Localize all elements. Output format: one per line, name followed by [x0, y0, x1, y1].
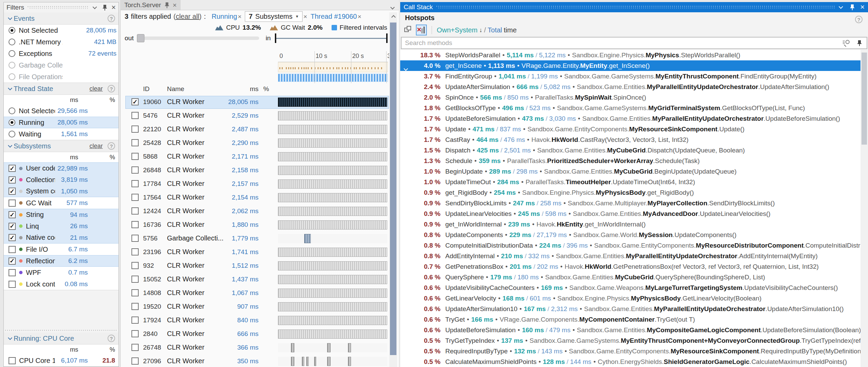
thread-checkbox[interactable]	[131, 357, 139, 365]
thread-checkbox[interactable]	[131, 289, 139, 296]
search-pin-icon[interactable]	[857, 40, 862, 46]
checkbox-icon[interactable]	[9, 246, 16, 253]
zoom-out-handle[interactable]	[137, 34, 144, 42]
pin-icon[interactable]	[102, 4, 107, 11]
thread-row[interactable]: 26748CLR Worker366 ms	[121, 341, 390, 355]
filter-item-file-i-o[interactable]: File I/O6.7 ms	[4, 244, 118, 255]
help-icon[interactable]: ?	[108, 142, 115, 150]
thread-row[interactable]: 26848CLR Worker2,158 ms	[121, 164, 390, 177]
timeline-header[interactable]: 010 s20 s3	[278, 51, 388, 83]
tab-pin-icon[interactable]	[165, 2, 169, 8]
hotspot-row[interactable]: 0.5 %CalculateMaximumShieldPoints•128 ms…	[400, 356, 860, 367]
filter-chip-subsystems-dropdown[interactable]: 7Subsystems▼	[245, 11, 303, 22]
filter-item-reflection[interactable]: ✓Reflection6.2 ms	[4, 255, 118, 267]
collapse-chevron-icon[interactable]	[8, 336, 12, 340]
thread-checkbox[interactable]	[131, 344, 139, 351]
thread-row[interactable]: 17784CLR Worker2,157 ms	[121, 177, 390, 191]
radio-icon[interactable]	[9, 131, 15, 137]
filter-item-cpu-core-16[interactable]: CPU Core 166,107 ms21.8	[4, 355, 118, 366]
thread-checkbox[interactable]	[131, 221, 139, 228]
pin-icon[interactable]	[850, 4, 855, 10]
checkbox-icon[interactable]	[9, 269, 16, 276]
hotspot-row[interactable]: 1.7 %Update•471 ms/837 ms•Sandbox.Game.E…	[400, 124, 860, 134]
help-icon[interactable]: ?	[108, 15, 115, 22]
swap-view-icon[interactable]	[404, 26, 412, 34]
document-scrollbar[interactable]	[389, 12, 397, 367]
thread-row[interactable]: 5476CLR Worker2,529 ms	[121, 109, 390, 123]
filter-item-string[interactable]: ✓String94 ms	[4, 209, 118, 220]
radio-icon[interactable]	[9, 39, 15, 45]
filter-item-linq[interactable]: ✓Linq26 ms	[4, 220, 118, 232]
thread-checkbox[interactable]	[131, 303, 139, 310]
sort-total-link[interactable]: Total	[488, 26, 502, 34]
column-header-pct[interactable]: %	[263, 85, 269, 93]
help-icon[interactable]: ?	[108, 85, 115, 92]
checkbox-icon[interactable]: ✓	[9, 188, 16, 195]
thread-checkbox[interactable]: ✓	[131, 98, 139, 105]
checkbox-icon[interactable]: ✓	[9, 165, 16, 172]
tab-close-icon[interactable]: ×	[173, 2, 177, 9]
hotspot-row[interactable]: 1.8 %GetBlocksOfType•496 ms/523 ms•Sandb…	[400, 103, 860, 113]
hotspot-row[interactable]: 2.0 %SpinOnce•566 ms/850 ms•ParallelTask…	[400, 92, 860, 103]
thread-checkbox[interactable]	[131, 126, 139, 133]
hotspot-row[interactable]: 0.8 %AddEntityInternal•210 ms/332 ms•San…	[400, 251, 860, 261]
thread-checkbox[interactable]	[131, 207, 139, 215]
zoom-out-track[interactable]	[137, 36, 259, 40]
thread-checkbox[interactable]	[131, 112, 139, 119]
hotspot-row[interactable]: 3.7 %FindEntityGroup•1,041 ms/1,199 ms•S…	[400, 71, 860, 82]
hotspot-row[interactable]: 0.5 %RequiredInputByType•132 ms/143 ms•S…	[400, 346, 860, 356]
collapse-chevron-icon[interactable]	[8, 16, 12, 20]
radio-icon[interactable]	[9, 62, 15, 69]
thread-row[interactable]: 16736CLR Worker1,880 ms	[121, 218, 390, 232]
thread-row[interactable]: 23196CLR Worker1,741 ms	[121, 246, 390, 259]
thread-row[interactable]: 12424CLR Worker2,062 ms	[121, 205, 390, 218]
filter-item-not-selected[interactable]: Not Selected28,005 ms	[4, 25, 118, 36]
scrollbar-thumb[interactable]	[390, 23, 396, 355]
scrollbar-thumb[interactable]	[862, 53, 867, 145]
thread-checkbox[interactable]	[131, 166, 139, 174]
hotspot-row[interactable]: 0.6 %UpdateVisibilityCacheCounters•169 m…	[400, 282, 860, 293]
remove-filter-icon[interactable]: ×	[303, 13, 307, 20]
thread-row[interactable]: 5756Garbage Collecti...1,779 ms	[121, 232, 390, 246]
close-icon[interactable]: ×	[111, 4, 116, 11]
thread-checkbox[interactable]	[131, 180, 139, 187]
filter-item-exceptions[interactable]: Exceptions72 events	[4, 48, 118, 59]
thread-row[interactable]: 2840CLR Worker666 ms	[121, 327, 390, 341]
collapse-chevron-icon[interactable]	[8, 143, 12, 148]
thread-checkbox[interactable]	[131, 153, 139, 160]
hotspot-row[interactable]: 1.7 %CastRay•464 ms/476 ms•Havok.HkWorld…	[400, 134, 860, 145]
filter-item--net-memory-allocat-[interactable]: .NET Memory Allocat...421 MB	[4, 36, 118, 48]
scroll-up-icon[interactable]	[391, 15, 396, 19]
panel-drag-texture[interactable]	[436, 6, 836, 9]
hotspot-row[interactable]: 0.8 %ComputeInitialDistributionData•224 …	[400, 240, 860, 251]
radio-icon[interactable]	[9, 73, 15, 80]
radio-icon[interactable]	[9, 27, 15, 34]
thread-row[interactable]: ✓19060CLR Worker28,005 ms	[121, 96, 390, 109]
help-icon[interactable]: ?	[855, 16, 863, 23]
thread-checkbox[interactable]	[131, 330, 139, 337]
hotspot-row[interactable]: 4.0 %get_InScene•1,113 ms•VRage.Game.Ent…	[400, 60, 860, 71]
thread-checkbox[interactable]	[131, 276, 139, 283]
checkbox-icon[interactable]: ✓	[9, 176, 16, 184]
thread-checkbox[interactable]	[131, 248, 139, 255]
filter-item-wpf[interactable]: WPF0.7 ms	[4, 267, 118, 278]
filter-item-not-selected[interactable]: Not Selected29,566 ms	[4, 105, 118, 117]
panel-menu-chevron-icon[interactable]	[839, 4, 843, 9]
expand-chevron-icon[interactable]	[404, 64, 409, 71]
thread-checkbox[interactable]	[131, 194, 139, 201]
hotspot-row[interactable]: 0.6 %QuerySphere•179 ms/180 ms•Sandbox.G…	[400, 272, 860, 282]
thread-checkbox[interactable]	[131, 235, 139, 242]
hotspot-row[interactable]: 0.6 %GetLinearVelocity•168 ms/601 ms•San…	[400, 293, 860, 304]
sort-own-system-link[interactable]: Own+System	[437, 26, 477, 34]
filter-item-collections[interactable]: ✓Collections3,819 ms	[4, 174, 118, 186]
thread-row[interactable]: 932CLR Worker1,512 ms	[121, 259, 390, 273]
thread-checkbox[interactable]	[131, 262, 139, 269]
checkbox-icon[interactable]: ✓	[9, 258, 16, 265]
thread-row[interactable]: 17564CLR Worker2,154 ms	[121, 191, 390, 205]
checkbox-icon[interactable]: ✓	[9, 223, 16, 230]
clear-all-link[interactable]: (clear all)	[173, 13, 201, 20]
filter-item-waiting[interactable]: Waiting1,561 ms	[4, 128, 118, 140]
hotspot-row[interactable]: 1.3 %Schedule•359 ms•ParallelTasks.Prior…	[400, 156, 860, 166]
panel-splitter[interactable]	[5, 329, 117, 332]
call-stack-scrollbar[interactable]	[860, 50, 868, 367]
